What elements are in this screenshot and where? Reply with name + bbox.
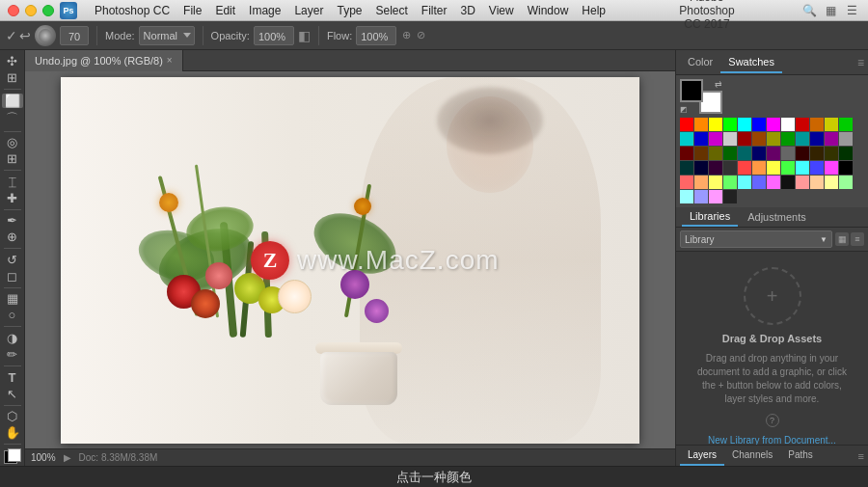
swatch-1[interactable] (694, 118, 708, 131)
library-help-icon[interactable]: ? (766, 414, 779, 427)
swatch-13[interactable] (694, 132, 708, 146)
swatch-61[interactable] (694, 190, 708, 203)
swatch-30[interactable] (767, 147, 780, 160)
swatch-57[interactable] (810, 176, 824, 189)
marquee-tool[interactable]: ⬜ (2, 94, 23, 108)
menu-item-app[interactable]: Photoshop CC (89, 0, 176, 21)
tab-channels[interactable]: Channels (724, 446, 780, 466)
swatch-29[interactable] (752, 147, 766, 160)
swatch-47[interactable] (839, 161, 853, 175)
swatch-22[interactable] (825, 132, 838, 146)
menu-icon[interactable]: ☰ (845, 3, 860, 18)
menu-item-3d[interactable]: 3D (455, 0, 481, 21)
brush-size-value[interactable]: 70 (60, 26, 89, 45)
swatch-26[interactable] (709, 147, 722, 160)
swatch-34[interactable] (825, 147, 838, 160)
type-tool[interactable]: T (2, 370, 23, 385)
menu-item-window[interactable]: Window (522, 0, 575, 21)
swatch-7[interactable] (781, 118, 795, 131)
swatch-40[interactable] (738, 161, 751, 175)
swatch-46[interactable] (825, 161, 838, 175)
menu-item-view[interactable]: View (483, 0, 520, 21)
swatch-41[interactable] (752, 161, 766, 175)
healing-brush-tool[interactable]: ✚ (2, 191, 23, 205)
swatch-6[interactable] (767, 118, 780, 131)
swatch-43[interactable] (781, 161, 795, 175)
opacity-icon[interactable]: ◧ (298, 28, 311, 43)
swatch-38[interactable] (709, 161, 722, 175)
swatch-62[interactable] (709, 190, 722, 203)
swatch-5[interactable] (752, 118, 766, 131)
path-selection-tool[interactable]: ↖ (2, 387, 23, 401)
minimize-button[interactable] (25, 5, 37, 16)
background-color[interactable] (8, 448, 21, 462)
swatch-25[interactable] (694, 147, 708, 160)
swatch-54[interactable] (767, 176, 780, 189)
swatch-33[interactable] (810, 147, 824, 160)
maximize-button[interactable] (42, 5, 54, 16)
tab-swatches[interactable]: Swatches (720, 52, 782, 73)
list-view-icon[interactable]: ≡ (851, 232, 864, 246)
menu-item-type[interactable]: Type (331, 0, 367, 21)
tab-color[interactable]: Color (680, 52, 720, 73)
brush-tool[interactable]: ✒ (2, 213, 23, 228)
shape-tool[interactable]: ⬡ (2, 409, 23, 423)
eyedropper-tool[interactable]: ⌶ (2, 175, 23, 189)
flow-icon[interactable]: ⊕ (402, 29, 411, 41)
dodge-tool[interactable]: ◑ (2, 331, 23, 345)
swatch-32[interactable] (796, 147, 809, 160)
swatch-52[interactable] (738, 176, 751, 189)
swatch-55[interactable] (781, 176, 795, 189)
library-dropdown[interactable]: Library ▼ (680, 230, 832, 248)
swatch-14[interactable] (709, 132, 722, 146)
swatch-42[interactable] (767, 161, 780, 175)
swatch-4[interactable] (738, 118, 751, 131)
layers-panel-menu-icon[interactable]: ≡ (858, 450, 864, 462)
swatch-16[interactable] (738, 132, 751, 146)
mode-dropdown[interactable]: Normal (139, 26, 195, 45)
tab-close-button[interactable]: × (167, 55, 173, 66)
swatch-17[interactable] (752, 132, 766, 146)
swap-colors-icon[interactable]: ⇄ (715, 79, 722, 89)
close-button[interactable] (8, 5, 19, 16)
swatch-20[interactable] (796, 132, 809, 146)
search-icon[interactable]: 🔍 (802, 3, 818, 18)
swatch-11[interactable] (839, 118, 853, 131)
swatch-59[interactable] (839, 176, 853, 189)
swatch-37[interactable] (694, 161, 708, 175)
swatch-10[interactable] (825, 118, 838, 131)
menu-item-file[interactable]: File (177, 0, 207, 21)
clone-stamp-tool[interactable]: ⊕ (2, 230, 23, 244)
swatch-53[interactable] (752, 176, 766, 189)
swatch-24[interactable] (680, 147, 693, 160)
swatch-60[interactable] (680, 190, 693, 203)
menu-item-layer[interactable]: Layer (288, 0, 329, 21)
swatch-8[interactable] (796, 118, 809, 131)
swatch-58[interactable] (825, 176, 838, 189)
swatch-51[interactable] (723, 176, 737, 189)
swatch-19[interactable] (781, 132, 795, 146)
swatch-45[interactable] (810, 161, 824, 175)
eraser-tool[interactable]: ◻ (2, 269, 23, 284)
menu-item-edit[interactable]: Edit (209, 0, 241, 21)
tab-adjustments[interactable]: Adjustments (740, 208, 814, 226)
menu-item-help[interactable]: Help (576, 0, 611, 21)
hand-tool[interactable]: ✋ (2, 425, 23, 440)
swatch-12[interactable] (680, 132, 693, 146)
document-tab[interactable]: Undo.jpg @ 100% (RGB/8) × (25, 50, 183, 71)
swatch-35[interactable] (839, 147, 853, 160)
history-brush-tool[interactable]: ↺ (2, 253, 23, 267)
tab-layers[interactable]: Layers (680, 446, 724, 466)
swatch-48[interactable] (680, 176, 693, 189)
swatch-0[interactable] (680, 118, 693, 131)
quick-select-tool[interactable]: ◎ (2, 135, 23, 149)
foreground-swatch[interactable] (680, 79, 703, 102)
menu-item-select[interactable]: Select (369, 0, 413, 21)
reset-colors-icon[interactable]: ◩ (680, 105, 688, 114)
swatch-9[interactable] (810, 118, 824, 131)
tab-paths[interactable]: Paths (780, 446, 821, 466)
swatch-36[interactable] (680, 161, 693, 175)
grid-view-icon[interactable]: ▦ (835, 232, 849, 246)
swatch-21[interactable] (810, 132, 824, 146)
gradient-tool[interactable]: ▦ (2, 291, 23, 306)
